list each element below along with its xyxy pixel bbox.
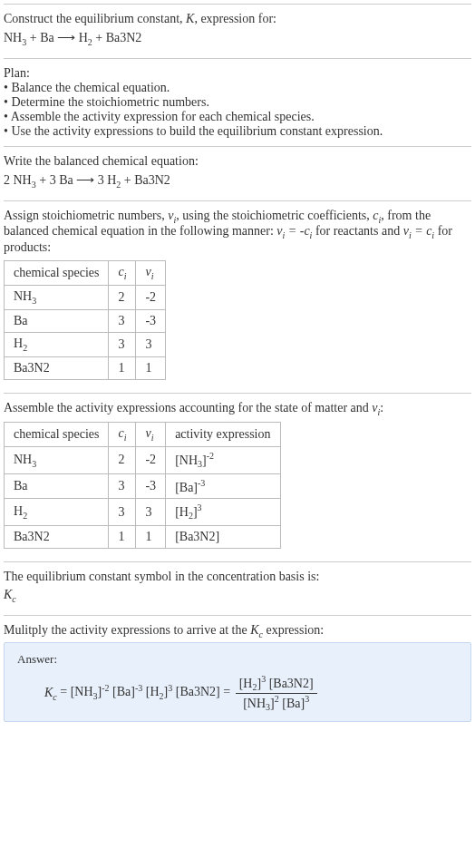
cell-ci: 3 — [109, 499, 136, 525]
table-row: Ba 3 -3 — [5, 309, 166, 332]
cell-vi: 1 — [136, 525, 166, 548]
intro-line1: Construct the equilibrium constant, K, e… — [4, 12, 471, 26]
table-row: H2 3 3 — [5, 332, 166, 356]
unbalanced-equation: NH3 + Ba ⟶ H2 + Ba3N2 — [4, 30, 471, 47]
answer-box: Answer: Kc = [NH3]-2 [Ba]-3 [H2]3 [Ba3N2… — [4, 642, 471, 722]
cell-vi: 3 — [136, 332, 166, 356]
cell-vi: -2 — [136, 447, 166, 473]
table-row: Ba 3 -3 [Ba]-3 — [5, 473, 281, 499]
cell-species: Ba3N2 — [5, 525, 109, 548]
cell-activity: [Ba]-3 — [166, 473, 280, 499]
plan-heading: Plan: — [4, 66, 471, 81]
cell-ci: 2 — [109, 285, 136, 309]
symbol-section: The equilibrium constant symbol in the c… — [4, 561, 471, 615]
table-header-row: chemical species ci νi — [5, 261, 166, 286]
cell-ci: 2 — [109, 447, 136, 473]
cell-species: Ba — [5, 473, 109, 499]
stoich-table: chemical species ci νi NH3 2 -2 Ba 3 -3 … — [4, 260, 166, 379]
intro-section: Construct the equilibrium constant, K, e… — [4, 4, 471, 58]
cell-ci: 3 — [109, 473, 136, 499]
table-row: NH3 2 -2 — [5, 285, 166, 309]
header-species: chemical species — [5, 261, 109, 286]
stoich-section: Assign stoichiometric numbers, νi, using… — [4, 200, 471, 393]
cell-activity: [NH3]-2 — [166, 447, 280, 473]
cell-vi: 3 — [136, 499, 166, 525]
plan-bullet-4: • Use the activity expressions to build … — [4, 124, 471, 139]
table-row: Ba3N2 1 1 — [5, 356, 166, 379]
header-vi: νi — [136, 261, 166, 286]
cell-vi: 1 — [136, 356, 166, 379]
activity-table: chemical species ci νi activity expressi… — [4, 422, 281, 548]
balanced-heading: Write the balanced chemical equation: — [4, 154, 471, 169]
cell-species: NH3 — [5, 285, 109, 309]
balanced-section: Write the balanced chemical equation: 2 … — [4, 146, 471, 200]
intro-text-a: Construct the equilibrium constant, — [4, 12, 186, 25]
cell-species: Ba3N2 — [5, 356, 109, 379]
header-vi: νi — [136, 423, 166, 447]
table-row: Ba3N2 1 1 [Ba3N2] — [5, 525, 281, 548]
intro-text-b: , expression for: — [194, 12, 276, 25]
cell-species: H2 — [5, 332, 109, 356]
final-text: Mulitply the activity expressions to arr… — [4, 623, 471, 639]
cell-species: Ba — [5, 309, 109, 332]
activity-section: Assemble the activity expressions accoun… — [4, 393, 471, 561]
cell-activity: [H2]3 — [166, 499, 280, 525]
final-section: Mulitply the activity expressions to arr… — [4, 615, 471, 730]
table-header-row: chemical species ci νi activity expressi… — [5, 423, 281, 447]
cell-species: NH3 — [5, 447, 109, 473]
header-ci: ci — [109, 423, 136, 447]
stoich-text: Assign stoichiometric numbers, νi, using… — [4, 209, 471, 256]
plan-bullet-1: • Balance the chemical equation. — [4, 81, 471, 95]
cell-activity: [Ba3N2] — [166, 525, 280, 548]
header-ci: ci — [109, 261, 136, 286]
answer-label: Answer: — [17, 652, 458, 667]
symbol-text: The equilibrium constant symbol in the c… — [4, 570, 471, 584]
cell-vi: -3 — [136, 309, 166, 332]
plan-section: Plan: • Balance the chemical equation. •… — [4, 58, 471, 146]
header-activity: activity expression — [166, 423, 280, 447]
header-species: chemical species — [5, 423, 109, 447]
cell-vi: -2 — [136, 285, 166, 309]
cell-ci: 3 — [109, 309, 136, 332]
cell-ci: 3 — [109, 332, 136, 356]
table-row: H2 3 3 [H2]3 — [5, 499, 281, 525]
cell-species: H2 — [5, 499, 109, 525]
cell-vi: -3 — [136, 473, 166, 499]
activity-text: Assemble the activity expressions accoun… — [4, 401, 471, 417]
kc-symbol: Kc — [4, 588, 471, 604]
balanced-equation: 2 NH3 + 3 Ba ⟶ 3 H2 + Ba3N2 — [4, 172, 471, 190]
plan-bullet-2: • Determine the stoichiometric numbers. — [4, 95, 471, 110]
cell-ci: 1 — [109, 356, 136, 379]
answer-equation: Kc = [NH3]-2 [Ba]-3 [H2]3 [Ba3N2] = [H2]… — [17, 674, 458, 712]
table-row: NH3 2 -2 [NH3]-2 — [5, 447, 281, 473]
plan-bullet-3: • Assemble the activity expression for e… — [4, 110, 471, 124]
k-symbol: K — [186, 12, 194, 25]
cell-ci: 1 — [109, 525, 136, 548]
